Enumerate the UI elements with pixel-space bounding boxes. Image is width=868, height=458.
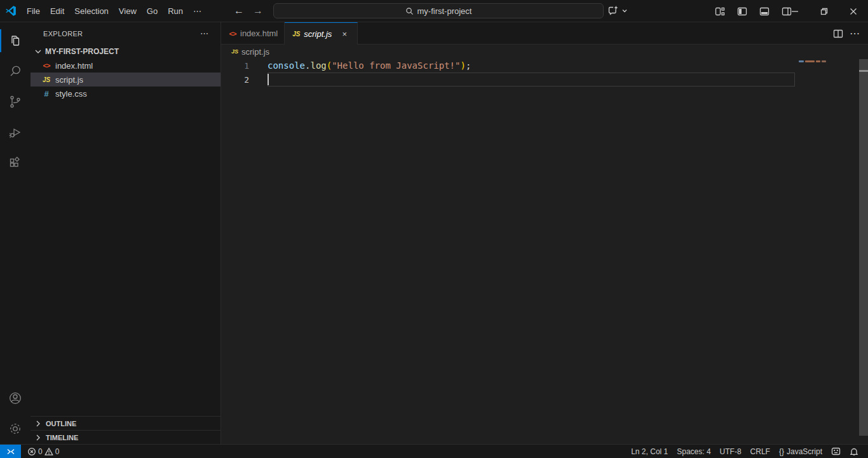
- js-file-icon: JS: [41, 76, 52, 83]
- code-line-1[interactable]: 1 console.log("Hello from JavaScript!");: [221, 59, 868, 73]
- cursor-position-button[interactable]: Ln 2, Col 1: [627, 445, 672, 458]
- language-mode-button[interactable]: {} JavaScript: [775, 445, 827, 458]
- eol-button[interactable]: CRLF: [746, 445, 775, 458]
- token: log: [310, 60, 326, 71]
- tab-script-js[interactable]: JS script.js ×: [285, 22, 358, 45]
- menu-bar: File Edit Selection View Go Run ⋯: [22, 4, 207, 18]
- editor-actions: ⋯: [833, 22, 868, 45]
- remote-indicator-button[interactable]: [0, 445, 21, 458]
- menu-go[interactable]: Go: [142, 4, 163, 18]
- minimap[interactable]: [795, 59, 859, 444]
- chevron-down-icon: [33, 46, 43, 57]
- back-arrow-icon[interactable]: ←: [234, 5, 244, 17]
- command-center-search[interactable]: my-first-project: [273, 3, 604, 18]
- indentation-button[interactable]: Spaces: 4: [672, 445, 715, 458]
- search-icon: [405, 7, 414, 15]
- copilot-menu[interactable]: [607, 3, 628, 18]
- file-name: style.css: [55, 89, 87, 99]
- error-count: 0: [38, 447, 43, 456]
- sidebar-bottom-sections: OUTLINE TIMELINE: [31, 416, 220, 444]
- token: console: [268, 60, 305, 71]
- timeline-section-header[interactable]: TIMELINE: [31, 430, 220, 444]
- command-center-value: my-first-project: [417, 6, 472, 16]
- minimize-button[interactable]: [780, 0, 810, 22]
- workbench-body: EXPLORER ⋯ MY-FIRST-PROJECT <> index.htm…: [0, 22, 868, 444]
- text-cursor: [268, 74, 269, 85]
- line-number: 2: [221, 75, 249, 85]
- settings-gear-icon[interactable]: [0, 413, 31, 444]
- remote-icon: [6, 447, 15, 456]
- vscode-window: File Edit Selection View Go Run ⋯ ← → my…: [0, 0, 868, 458]
- code-editor[interactable]: 1 console.log("Hello from JavaScript!");…: [221, 59, 868, 444]
- js-file-icon: JS: [231, 48, 238, 55]
- close-button[interactable]: [839, 0, 868, 22]
- braces-icon: {}: [779, 447, 784, 456]
- tab-label: index.html: [240, 29, 278, 38]
- notifications-bell-icon[interactable]: [845, 445, 863, 458]
- menu-view[interactable]: View: [114, 4, 142, 18]
- menu-run[interactable]: Run: [163, 4, 188, 18]
- explorer-title: EXPLORER: [43, 30, 83, 38]
- token: ;: [466, 60, 471, 71]
- menu-edit[interactable]: Edit: [45, 4, 69, 18]
- toggle-panel-icon[interactable]: [756, 3, 773, 20]
- outline-label: OUTLINE: [46, 420, 76, 427]
- outline-section-header[interactable]: OUTLINE: [31, 416, 220, 430]
- run-debug-activity-icon[interactable]: [0, 117, 31, 148]
- css-file-icon: #: [41, 89, 52, 99]
- editor-more-actions-button[interactable]: ⋯: [850, 27, 860, 39]
- extensions-activity-icon[interactable]: [0, 148, 31, 178]
- account-icon[interactable]: [0, 383, 31, 413]
- html-file-icon: <>: [227, 30, 238, 38]
- encoding-button[interactable]: UTF-8: [715, 445, 746, 458]
- error-icon: [27, 447, 36, 456]
- explorer-sidebar: EXPLORER ⋯ MY-FIRST-PROJECT <> index.htm…: [31, 22, 221, 444]
- tree-item-script-js[interactable]: JS script.js: [31, 73, 220, 87]
- activity-bar-bottom: [0, 383, 31, 444]
- file-tree: MY-FIRST-PROJECT <> index.html JS script…: [31, 45, 220, 416]
- copilot-icon: [607, 5, 619, 17]
- file-name: script.js: [55, 75, 83, 85]
- tree-root-folder[interactable]: MY-FIRST-PROJECT: [31, 45, 220, 59]
- vscode-logo-icon: [0, 5, 22, 17]
- source-control-activity-icon[interactable]: [0, 87, 31, 117]
- status-bar: 0 0 Ln 2, Col 1 Spaces: 4 UTF-8 CRLF {} …: [0, 444, 868, 458]
- language-label: JavaScript: [787, 447, 822, 456]
- restore-button[interactable]: [810, 0, 839, 22]
- tab-index-html[interactable]: <> index.html: [221, 22, 285, 45]
- editor-group: <> index.html JS script.js × ⋯: [221, 22, 868, 444]
- window-controls: [780, 0, 868, 22]
- menu-selection[interactable]: Selection: [69, 4, 113, 18]
- problems-button[interactable]: 0 0: [21, 445, 64, 458]
- forward-arrow-icon[interactable]: →: [253, 5, 263, 17]
- tab-label: script.js: [304, 29, 332, 39]
- menu-more-button[interactable]: ⋯: [188, 4, 207, 18]
- toggle-primary-sidebar-icon[interactable]: [734, 3, 750, 20]
- titlebar: File Edit Selection View Go Run ⋯ ← → my…: [0, 0, 868, 22]
- tab-close-icon[interactable]: ×: [338, 27, 351, 40]
- tree-item-index-html[interactable]: <> index.html: [31, 59, 220, 73]
- root-folder-label: MY-FIRST-PROJECT: [45, 47, 119, 56]
- file-name: index.html: [55, 61, 93, 71]
- scrollbar-marker: [859, 70, 868, 72]
- breadcrumb-file: script.js: [241, 47, 269, 57]
- warning-count: 0: [55, 447, 60, 456]
- search-activity-icon[interactable]: [0, 56, 31, 87]
- html-file-icon: <>: [41, 62, 52, 69]
- explorer-activity-icon[interactable]: [0, 25, 31, 56]
- tab-bar: <> index.html JS script.js × ⋯: [221, 22, 868, 45]
- customize-layout-icon[interactable]: [712, 3, 728, 20]
- vertical-scrollbar[interactable]: [859, 59, 868, 436]
- feedback-face-icon[interactable]: [827, 445, 845, 458]
- menu-file[interactable]: File: [22, 4, 45, 18]
- chevron-right-icon: [33, 433, 43, 443]
- split-editor-icon[interactable]: [833, 29, 843, 39]
- tree-item-style-css[interactable]: # style.css: [31, 87, 220, 101]
- line-number: 1: [221, 61, 249, 71]
- current-line-highlight: [268, 73, 795, 87]
- breadcrumb[interactable]: JS script.js: [221, 45, 868, 59]
- code-text: console.log("Hello from JavaScript!");: [268, 60, 471, 71]
- chevron-down-icon: [621, 8, 628, 14]
- explorer-more-actions-button[interactable]: ⋯: [196, 27, 213, 39]
- token: ): [460, 60, 465, 71]
